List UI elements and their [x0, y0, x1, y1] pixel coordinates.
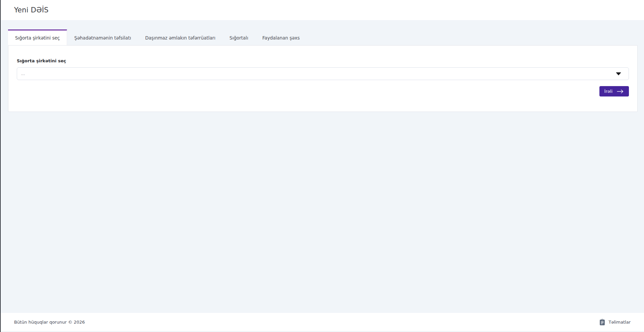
next-button[interactable]: İrəli [599, 86, 629, 96]
button-row: İrəli [17, 86, 629, 96]
caret-down-icon [616, 72, 621, 75]
header: Yeni DƏİS [1, 0, 644, 20]
content-spacer [1, 112, 644, 313]
footer: Bütün hüquqlar qorunur © 2026 Təlimatlar [1, 313, 644, 331]
form-card: Sığorta şirkətini seç ... İrəli [8, 45, 638, 112]
instructions-label: Təlimatlar [608, 320, 631, 325]
insurance-company-label: Sığorta şirkətini seç [17, 58, 629, 63]
arrow-right-icon [617, 89, 624, 93]
insurance-company-select[interactable]: ... [17, 67, 629, 80]
page: Yeni DƏİS Sığorta şirkətini seç Şəhadətn… [0, 0, 644, 332]
tab-sigorta-sirketini-sec[interactable]: Sığorta şirkətini seç [8, 29, 67, 45]
copyright-text: Bütün hüquqlar qorunur © 2026 [14, 320, 85, 325]
next-button-label: İrəli [604, 89, 612, 94]
tab-dasinmaz-emlakin-teferruatlari[interactable]: Daşınmaz əmlakın təfərrüatları [138, 29, 223, 45]
tab-faydalanan-sexs[interactable]: Faydalanan şəxs [255, 29, 307, 45]
tab-bar: Sığorta şirkətini seç Şəhadətnamənin təf… [8, 29, 637, 45]
clipboard-icon [599, 319, 605, 325]
page-title: Yeni DƏİS [14, 6, 49, 14]
tab-sigortali[interactable]: Sığortalı [223, 29, 255, 45]
instructions-link[interactable]: Təlimatlar [599, 319, 631, 325]
insurance-company-select-value: ... [21, 71, 25, 76]
tab-sehadetnamenin-tefsilati[interactable]: Şəhadətnamənin təfsilatı [67, 29, 138, 45]
